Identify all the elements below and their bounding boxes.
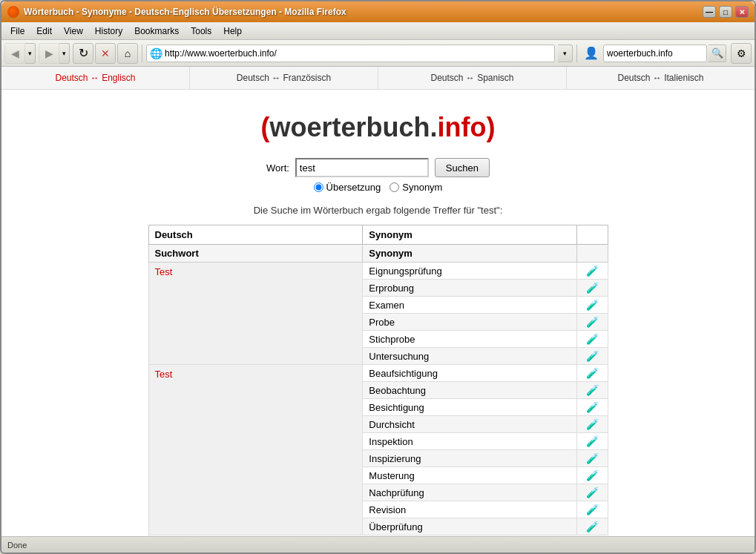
home-button[interactable]: ⌂	[117, 43, 138, 64]
back-dropdown[interactable]: ▾	[25, 43, 36, 64]
address-globe-icon: 🌐	[150, 47, 162, 59]
tab-deutsch-franzoesisch[interactable]: Deutsch ↔ Französisch	[190, 67, 378, 89]
table-icon-cell[interactable]: 🧪	[577, 365, 608, 382]
table-synonym-cell: Durchsicht	[363, 416, 577, 433]
radio-row: Übersetzung Synonym	[314, 182, 443, 193]
table-icon-cell[interactable]: 🧪	[577, 501, 608, 518]
logo-close-paren: )	[487, 112, 496, 142]
forward-dropdown[interactable]: ▾	[59, 43, 70, 64]
table-keyword-cell: Test	[148, 365, 363, 535]
tab-deutsch-spanisch[interactable]: Deutsch ↔ Spanisch	[378, 67, 567, 89]
flask-icon: 🧪	[586, 521, 599, 532]
tab-deutsch-italienisch[interactable]: Deutsch ↔ Italienisch	[567, 67, 755, 89]
table-icon-cell[interactable]: 🧪	[577, 518, 608, 535]
table-icon-cell[interactable]: 🧪	[577, 263, 608, 280]
table-icon-cell[interactable]: 🧪	[577, 348, 608, 365]
forward-btn-group: ▶ ▾	[37, 43, 70, 64]
menu-tools[interactable]: Tools	[185, 24, 217, 38]
sub-header-suchwort: Suchwort	[148, 245, 363, 263]
toolbar: ◀ ▾ ▶ ▾ ↻ ✕ ⌂ 🌐 ▾ 👤	[1, 40, 755, 67]
table-icon-cell[interactable]: 🧪	[577, 382, 608, 399]
firefox-icon	[7, 6, 19, 18]
flask-icon: 🧪	[586, 418, 599, 430]
col-header-deutsch: Deutsch	[148, 225, 363, 245]
browser-search-input[interactable]	[607, 48, 718, 59]
toolbar-separator-2	[576, 44, 577, 62]
address-input[interactable]	[165, 48, 551, 59]
result-description: Die Suche im Wörterbuch ergab folgende T…	[254, 205, 503, 216]
close-button[interactable]: ✕	[735, 6, 749, 18]
flask-icon: 🧪	[586, 384, 599, 396]
flask-icon: 🧪	[586, 350, 599, 362]
wort-label: Wort:	[266, 162, 289, 174]
sub-header-synonym: Synonym	[363, 245, 577, 263]
table-synonym-cell: Besichtigung	[363, 399, 577, 416]
table-synonym-cell: Beobachtung	[363, 382, 577, 399]
gear-icon[interactable]: ⚙	[731, 43, 752, 64]
stop-button[interactable]: ✕	[95, 43, 116, 64]
window-title: Wörterbuch - Synonyme - Deutsch-Englisch…	[24, 7, 346, 17]
back-button[interactable]: ◀	[4, 43, 25, 64]
table-icon-cell[interactable]: 🧪	[577, 467, 608, 484]
wort-input[interactable]	[295, 158, 429, 177]
table-synonym-cell: Inspizierung	[363, 450, 577, 467]
radio-synonym-label[interactable]: Synonym	[389, 182, 442, 193]
flask-icon: 🧪	[586, 504, 599, 515]
flask-icon: 🧪	[586, 265, 599, 277]
table-keyword-cell: Test	[148, 263, 363, 365]
menu-edit[interactable]: Edit	[30, 24, 58, 38]
titlebar: Wörterbuch - Synonyme - Deutsch-Englisch…	[1, 1, 755, 22]
menu-history[interactable]: History	[89, 24, 128, 38]
menu-bookmarks[interactable]: Bookmarks	[128, 24, 185, 38]
nav-tabs: Deutsch ↔ Englisch Deutsch ↔ Französisch…	[1, 67, 755, 90]
address-go-button[interactable]: ▾	[558, 44, 573, 62]
col-header-icon	[577, 225, 608, 245]
table-icon-cell[interactable]: 🧪	[577, 331, 608, 348]
toolbar-separator-1	[142, 44, 142, 62]
security-icon: 👤	[581, 43, 602, 64]
content-area: Deutsch ↔ Englisch Deutsch ↔ Französisch…	[1, 67, 755, 536]
result-table: Deutsch Synonym Suchwort Synonym TestEig…	[148, 225, 608, 535]
table-synonym-cell: Eignungsprüfung	[363, 263, 577, 280]
table-icon-cell[interactable]: 🧪	[577, 450, 608, 467]
flask-icon: 🧪	[586, 435, 599, 447]
menu-help[interactable]: Help	[217, 24, 248, 38]
reload-button[interactable]: ↻	[73, 43, 93, 64]
table-icon-cell[interactable]: 🧪	[577, 433, 608, 450]
forward-button[interactable]: ▶	[39, 43, 59, 64]
search-form: Wort: Suchen Übersetzung Synonym	[266, 158, 490, 193]
menu-view[interactable]: View	[58, 24, 89, 38]
flask-icon: 🧪	[586, 316, 599, 328]
radio-ubersetzung-label[interactable]: Übersetzung	[314, 182, 381, 193]
suchen-button[interactable]: Suchen	[435, 158, 490, 177]
table-synonym-cell: Musterung	[363, 467, 577, 484]
table-icon-cell[interactable]: 🧪	[577, 297, 608, 314]
back-btn-group: ◀ ▾	[4, 43, 36, 64]
table-synonym-cell: Stichprobe	[363, 331, 577, 348]
table-icon-cell[interactable]: 🧪	[577, 280, 608, 297]
flask-icon: 🧪	[586, 333, 599, 345]
table-icon-cell[interactable]: 🧪	[577, 416, 608, 433]
tab-deutsch-englisch[interactable]: Deutsch ↔ Englisch	[1, 67, 190, 89]
logo-info: info	[438, 112, 487, 142]
titlebar-left: Wörterbuch - Synonyme - Deutsch-Englisch…	[7, 6, 346, 18]
table-icon-cell[interactable]: 🧪	[577, 399, 608, 416]
statusbar: Done	[1, 536, 755, 553]
search-bar-right: 🔍	[603, 44, 726, 62]
table-synonym-cell: Examen	[363, 297, 577, 314]
table-icon-cell[interactable]: 🧪	[577, 314, 608, 331]
radio-synonym-text: Synonym	[402, 182, 442, 193]
window-controls[interactable]: — □ ✕	[703, 6, 749, 18]
maximize-button[interactable]: □	[719, 6, 732, 18]
table-synonym-cell: Nachprüfung	[363, 484, 577, 501]
table-synonym-cell: Untersuchung	[363, 348, 577, 365]
radio-ubersetzung[interactable]	[314, 182, 323, 192]
flask-icon: 🧪	[586, 299, 599, 311]
status-text: Done	[7, 541, 27, 550]
minimize-button[interactable]: —	[703, 6, 716, 18]
search-go-button[interactable]: 🔍	[709, 44, 726, 62]
table-icon-cell[interactable]: 🧪	[577, 484, 608, 501]
menubar: File Edit View History Bookmarks Tools H…	[1, 22, 755, 40]
radio-synonym[interactable]	[389, 182, 399, 192]
menu-file[interactable]: File	[4, 24, 30, 38]
